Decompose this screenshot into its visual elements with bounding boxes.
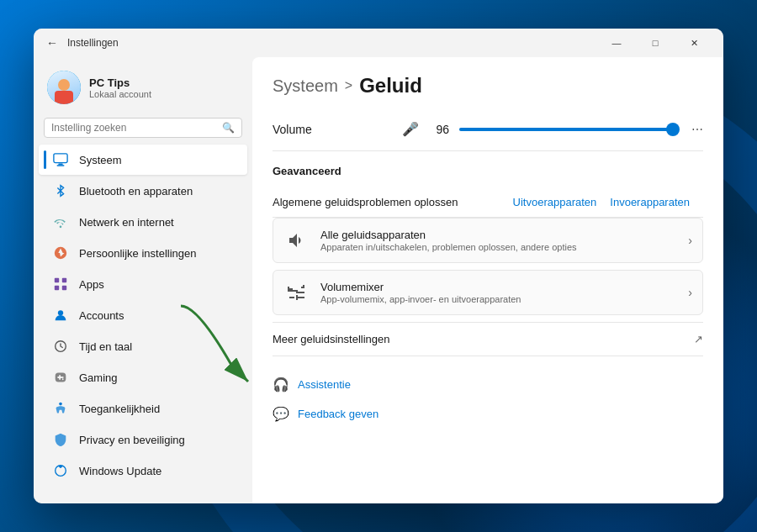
volume-value: 96: [429, 123, 449, 136]
advanced-section: Geavanceerd Algemene geluidsproblemen op…: [273, 165, 703, 356]
user-section: PC Tips Lokaal account: [34, 64, 252, 114]
assistentie-label: Assistentie: [298, 378, 351, 391]
svg-rect-3: [55, 278, 59, 282]
search-box: 🔍: [44, 118, 242, 138]
sidebar-item-netwerk[interactable]: Netwerk en internet: [39, 207, 247, 237]
settings-window: ← Instellingen — □ ✕: [34, 29, 723, 503]
feedback-label: Feedback geven: [298, 408, 378, 420]
problem-row: Algemene geluidsproblemen oplossen Uitvo…: [273, 187, 703, 218]
volume-slider[interactable]: [459, 128, 678, 131]
update-icon: [52, 462, 69, 479]
close-button[interactable]: ✕: [675, 29, 713, 57]
apps-icon: [52, 276, 69, 292]
bluetooth-icon: [52, 182, 69, 199]
accessibility-icon: [52, 400, 69, 417]
volumemixer-row[interactable]: Volumemixer App-volumemix, app-invoer- e…: [273, 270, 703, 315]
bottom-links: 🎧 Assistentie 💬 Feedback geven: [273, 370, 703, 429]
svg-rect-1: [58, 164, 62, 166]
alle-apparaten-info: Alle geluidsapparaten Apparaten in/uitsc…: [320, 229, 688, 252]
alle-apparaten-row[interactable]: Alle geluidsapparaten Apparaten in/uitsc…: [273, 218, 703, 263]
uitvoerapparaten-link[interactable]: Uitvoerapparaten: [513, 196, 597, 208]
user-subtitle: Lokaal account: [89, 89, 151, 99]
sidebar-item-update[interactable]: Windows Update: [39, 456, 247, 486]
search-input[interactable]: [51, 122, 217, 134]
content-panel: Systeem > Geluid Volume 🎤 96 ⋯ Ge: [252, 57, 723, 503]
shield-icon: [52, 431, 69, 448]
user-info: PC Tips Lokaal account: [89, 76, 151, 99]
microphone-icon: 🎤: [402, 121, 419, 137]
svg-rect-2: [57, 165, 65, 166]
sidebar-label-privacy: Privacy en beveiliging: [79, 434, 185, 446]
speaker-icon: [283, 227, 310, 254]
sidebar-item-bluetooth[interactable]: Bluetooth en apparaten: [39, 176, 247, 206]
sidebar: PC Tips Lokaal account 🔍 Systeem: [34, 57, 252, 503]
main-area: PC Tips Lokaal account 🔍 Systeem: [34, 57, 723, 503]
sidebar-label-persoonlijk: Persoonlijke instellingen: [79, 247, 196, 260]
advanced-heading: Geavanceerd: [273, 165, 703, 177]
volumemixer-desc: App-volumemix, app-invoer- en uitvoerapp…: [320, 294, 688, 304]
assistentie-link[interactable]: 🎧 Assistentie: [273, 370, 703, 399]
volumemixer-name: Volumemixer: [320, 281, 688, 293]
volumemixer-info: Volumemixer App-volumemix, app-invoer- e…: [320, 281, 688, 304]
breadcrumb-parent: Systeem: [273, 76, 338, 96]
problem-label: Algemene geluidsproblemen oplossen: [273, 196, 513, 208]
meer-label: Meer geluidsinstellingen: [273, 333, 694, 345]
avatar: [47, 71, 81, 104]
titlebar: ← Instellingen — □ ✕: [34, 29, 723, 57]
breadcrumb-separator: >: [345, 78, 352, 93]
sidebar-item-systeem[interactable]: Systeem: [39, 145, 247, 175]
sidebar-item-persoonlijk[interactable]: Persoonlijke instellingen: [39, 238, 247, 268]
sidebar-item-apps[interactable]: Apps: [39, 269, 247, 299]
sidebar-label-gaming: Gaming: [79, 371, 118, 384]
meer-geluid-row[interactable]: Meer geluidsinstellingen ↗: [273, 322, 703, 356]
sidebar-label-systeem: Systeem: [79, 154, 122, 166]
nav-list: Systeem Bluetooth en apparaten Netwerk e…: [34, 145, 252, 486]
sidebar-label-netwerk: Netwerk en internet: [79, 216, 174, 229]
sidebar-item-accounts[interactable]: Accounts: [39, 300, 247, 330]
sidebar-label-bluetooth: Bluetooth en apparaten: [79, 185, 193, 198]
svg-rect-4: [62, 278, 66, 282]
monitor-icon: [52, 151, 69, 168]
user-name: PC Tips: [89, 76, 151, 89]
sidebar-label-apps: Apps: [79, 278, 104, 291]
svg-rect-5: [55, 286, 59, 290]
alle-apparaten-desc: Apparaten in/uitschakelen, problemen opl…: [320, 242, 688, 252]
account-icon: [52, 307, 69, 324]
back-button[interactable]: ←: [44, 34, 61, 51]
breadcrumb: Systeem > Geluid: [273, 74, 703, 97]
gaming-icon: [52, 369, 69, 386]
minimize-button[interactable]: —: [597, 29, 636, 57]
sidebar-label-tijd: Tijd en taal: [79, 340, 132, 353]
paint-icon: [52, 245, 69, 261]
sidebar-label-accounts: Accounts: [79, 309, 124, 322]
invoerapparaten-link[interactable]: Invoerapparaten: [610, 196, 690, 208]
volume-fill: [459, 128, 670, 131]
external-link-icon: ↗: [694, 333, 703, 345]
window-controls: — □ ✕: [597, 29, 713, 57]
volume-track: [459, 128, 678, 131]
volume-options-icon: ⋯: [691, 123, 703, 136]
window-title: Instellingen: [67, 37, 597, 49]
svg-point-7: [58, 310, 63, 315]
mixer-icon: [283, 279, 310, 306]
chevron-right-icon-2: ›: [688, 286, 692, 299]
sidebar-item-tijd[interactable]: Tijd en taal: [39, 331, 247, 361]
svg-point-9: [59, 403, 62, 406]
sidebar-label-toegankelijkheid: Toegankelijkheid: [79, 403, 160, 415]
sidebar-item-privacy[interactable]: Privacy en beveiliging: [39, 424, 247, 455]
volume-label: Volume: [273, 123, 340, 136]
chevron-right-icon: ›: [688, 234, 692, 247]
volume-row: Volume 🎤 96 ⋯: [273, 114, 703, 151]
clock-icon: [52, 338, 69, 355]
feedback-link[interactable]: 💬 Feedback geven: [273, 399, 703, 429]
svg-rect-6: [62, 286, 66, 290]
sidebar-label-update: Windows Update: [79, 465, 161, 477]
maximize-button[interactable]: □: [636, 29, 675, 57]
sidebar-item-toegankelijkheid[interactable]: Toegankelijkheid: [39, 393, 247, 424]
volume-thumb: [666, 123, 680, 136]
svg-rect-0: [54, 154, 67, 163]
headset-icon: 🎧: [273, 377, 289, 392]
sidebar-item-gaming[interactable]: Gaming: [39, 362, 247, 392]
alle-apparaten-name: Alle geluidsapparaten: [320, 229, 688, 241]
breadcrumb-current: Geluid: [359, 74, 422, 97]
